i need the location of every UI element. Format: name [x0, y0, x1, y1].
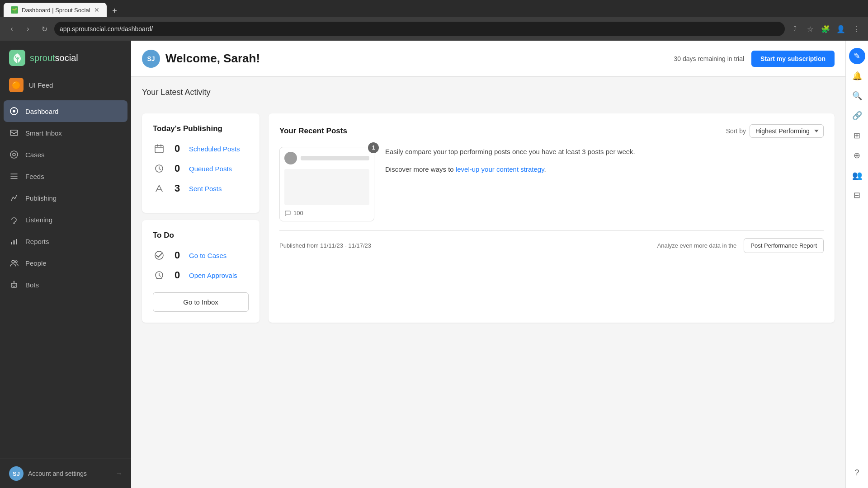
- refresh-button[interactable]: ↻: [38, 23, 51, 35]
- sidebar-item-listening[interactable]: Listening: [0, 209, 131, 230]
- menu-icon[interactable]: ⋮: [850, 23, 863, 35]
- post-preview: 1 100: [279, 147, 374, 221]
- post-description: Easily compare your top performing posts…: [385, 147, 824, 221]
- listening-icon: [9, 215, 19, 225]
- todo-card-title: To Do: [153, 231, 249, 240]
- left-column: Today's Publishing 0 Scheduled Posts: [142, 113, 259, 323]
- svg-point-4: [10, 151, 18, 158]
- scheduled-icon: [153, 142, 165, 155]
- sidebar-item-label-feeds: Feeds: [25, 173, 44, 180]
- post-card-inner: 100: [279, 147, 374, 221]
- reports-icon: [9, 236, 19, 246]
- sidebar-item-cases[interactable]: Cases: [0, 144, 131, 165]
- open-approvals-link[interactable]: Open Approvals: [189, 272, 237, 279]
- browser-toolbar: ‹ › ↻ app.sproutsocial.com/dashboard/ ⤴ …: [0, 17, 868, 41]
- scheduled-posts-link[interactable]: Scheduled Posts: [189, 145, 240, 153]
- search-icon[interactable]: 🔍: [849, 88, 865, 104]
- discover-suffix: .: [544, 165, 546, 173]
- team-icon[interactable]: 👥: [849, 167, 865, 183]
- sidebar-logo: sproutsocial: [0, 41, 131, 73]
- table-icon[interactable]: ⊟: [849, 187, 865, 203]
- svg-point-14: [13, 285, 14, 286]
- queued-posts-link[interactable]: Queued Posts: [189, 165, 232, 173]
- svg-point-5: [13, 153, 15, 156]
- app: sproutsocial 🟠 UI Feed Dashboard Smart I…: [0, 41, 868, 488]
- approvals-row: 0 Open Approvals: [153, 269, 249, 282]
- new-tab-button[interactable]: +: [108, 5, 121, 17]
- compose-icon[interactable]: ✎: [849, 48, 865, 64]
- post-comment-row: 100: [280, 210, 374, 221]
- forward-button[interactable]: ›: [22, 23, 34, 35]
- notifications-icon[interactable]: 🔔: [849, 68, 865, 84]
- account-settings-label: Account and settings: [28, 470, 111, 477]
- account-avatar: SJ: [9, 466, 24, 481]
- trial-text: 30 days remaining in trial: [674, 55, 744, 62]
- sort-label: Sort by: [726, 127, 746, 135]
- logo-sprout: sprout: [30, 53, 55, 63]
- recent-posts-header: Your Recent Posts Sort by Highest Perfor…: [279, 124, 824, 138]
- todo-card: To Do 0 Go to Cases 0: [142, 220, 259, 323]
- grid-icon[interactable]: ⊞: [849, 127, 865, 144]
- sidebar-item-dashboard[interactable]: Dashboard: [4, 100, 127, 122]
- help-icon[interactable]: ?: [849, 465, 865, 481]
- posts-content: 1 100: [279, 147, 824, 221]
- sent-posts-link[interactable]: Sent Posts: [189, 185, 222, 192]
- queued-posts-count: 0: [172, 163, 183, 174]
- section-title: Your Latest Activity: [142, 88, 835, 97]
- content-strategy-link[interactable]: level-up your content strategy: [456, 165, 544, 173]
- post-avatar: [284, 152, 297, 164]
- account-settings-link[interactable]: SJ Account and settings →: [0, 459, 131, 488]
- topbar-left: SJ Welcome, Sarah!: [142, 50, 260, 68]
- analyze-section: Analyze even more data in the Post Perfo…: [657, 238, 824, 253]
- main-content: SJ Welcome, Sarah! 30 days remaining in …: [131, 41, 845, 488]
- go-to-cases-link[interactable]: Go to Cases: [189, 252, 226, 259]
- sort-control: Sort by Highest Performing Most Recent L…: [726, 124, 824, 138]
- sidebar: sproutsocial 🟠 UI Feed Dashboard Smart I…: [0, 41, 131, 488]
- sidebar-item-bots[interactable]: Bots: [0, 274, 131, 296]
- address-bar[interactable]: app.sproutsocial.com/dashboard/: [54, 22, 785, 36]
- svg-rect-16: [155, 145, 163, 153]
- cards-row: Today's Publishing 0 Scheduled Posts: [142, 113, 835, 323]
- tab-close-button[interactable]: ✕: [94, 6, 99, 14]
- svg-rect-7: [11, 242, 12, 244]
- svg-point-15: [15, 285, 16, 286]
- profile-icon[interactable]: 👤: [835, 23, 847, 35]
- bots-icon: [9, 280, 19, 290]
- topbar-avatar: SJ: [142, 50, 160, 68]
- link-icon[interactable]: 🔗: [849, 108, 865, 124]
- go-to-inbox-button[interactable]: Go to Inbox: [153, 292, 249, 312]
- sidebar-item-smart-inbox[interactable]: Smart Inbox: [0, 122, 131, 144]
- add-icon[interactable]: ⊕: [849, 147, 865, 164]
- recent-posts-title: Your Recent Posts: [279, 127, 347, 136]
- approvals-icon: [153, 269, 165, 282]
- bookmark-icon[interactable]: ☆: [804, 23, 816, 35]
- smart-inbox-icon: [9, 128, 19, 138]
- active-tab[interactable]: 🌱 Dashboard | Sprout Social ✕: [4, 3, 107, 17]
- post-performance-report-button[interactable]: Post Performance Report: [744, 238, 824, 253]
- sidebar-item-feeds[interactable]: Feeds: [0, 165, 131, 187]
- sidebar-item-publishing[interactable]: Publishing: [0, 187, 131, 209]
- sprout-logo-icon: [9, 50, 25, 66]
- tab-title: Dashboard | Sprout Social: [22, 7, 90, 14]
- sidebar-item-label-reports: Reports: [25, 238, 49, 245]
- svg-point-2: [13, 110, 15, 113]
- post-image-area: [284, 169, 369, 205]
- sidebar-item-people[interactable]: People: [0, 252, 131, 274]
- dashboard-icon: [9, 106, 19, 116]
- todays-publishing-card: Today's Publishing 0 Scheduled Posts: [142, 113, 259, 213]
- svg-point-10: [12, 260, 14, 263]
- ui-feed-icon: 🟠: [9, 78, 24, 92]
- discover-prefix: Discover more ways to: [385, 165, 456, 173]
- post-name-placeholder: [301, 156, 369, 160]
- sidebar-item-reports[interactable]: Reports: [0, 230, 131, 252]
- content-area: Your Latest Activity Today's Publishing …: [131, 77, 845, 488]
- publishing-icon: [9, 193, 19, 203]
- back-button[interactable]: ‹: [5, 23, 18, 35]
- share-icon[interactable]: ⤴: [788, 23, 801, 35]
- sidebar-item-label-dashboard: Dashboard: [25, 108, 58, 115]
- recent-posts-card: Your Recent Posts Sort by Highest Perfor…: [269, 113, 835, 323]
- sort-select[interactable]: Highest Performing Most Recent Lowest Pe…: [750, 124, 824, 138]
- sidebar-item-ui-feed[interactable]: 🟠 UI Feed: [0, 73, 131, 97]
- subscribe-button[interactable]: Start my subscription: [751, 51, 835, 67]
- extensions-icon[interactable]: 🧩: [819, 23, 832, 35]
